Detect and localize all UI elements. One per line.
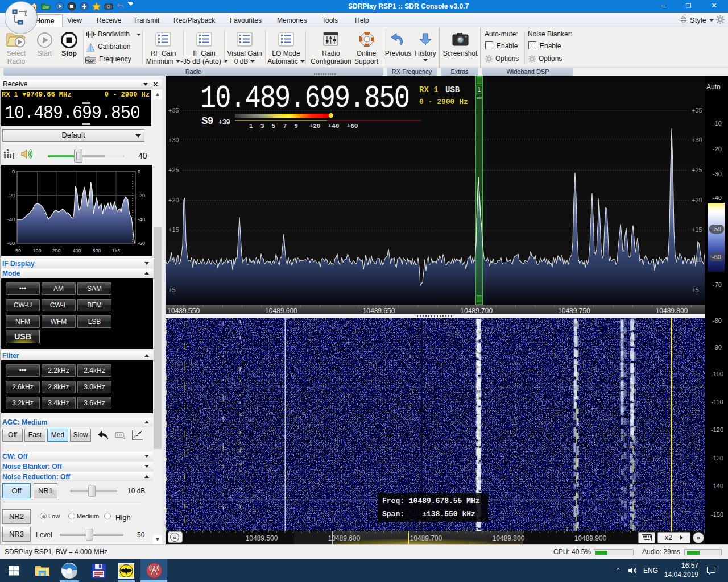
svg-text:+20: +20	[692, 197, 702, 203]
svg-text:1k6: 1k6	[112, 248, 121, 253]
svg-text:+25: +25	[168, 167, 179, 173]
svg-text:+10: +10	[692, 256, 702, 263]
svg-text:-60: -60	[7, 240, 15, 246]
svg-text:-140: -140	[711, 483, 723, 489]
svg-text:-110: -110	[711, 398, 723, 405]
svg-text:-130: -130	[711, 455, 723, 462]
svg-text:0: 0	[12, 169, 15, 174]
svg-text:200: 200	[52, 248, 60, 253]
svg-text:+30: +30	[692, 136, 702, 143]
svg-text:-60: -60	[712, 253, 721, 260]
svg-text:100: 100	[32, 248, 41, 253]
svg-text:+5: +5	[692, 286, 699, 293]
svg-text:50: 50	[15, 248, 21, 253]
svg-text:-50: -50	[712, 226, 721, 232]
svg-text:-100: -100	[711, 371, 723, 377]
svg-text:+10: +10	[168, 256, 179, 263]
svg-text:10489.700: 10489.700	[460, 307, 493, 314]
svg-text:-90: -90	[713, 344, 722, 351]
svg-text:-40: -40	[713, 194, 722, 201]
svg-text:+5: +5	[168, 286, 176, 293]
svg-text:10489.650: 10489.650	[363, 307, 395, 314]
svg-text:10489.800: 10489.800	[493, 534, 525, 542]
svg-text:10489.500: 10489.500	[246, 534, 278, 542]
svg-text:+25: +25	[692, 167, 702, 173]
svg-text:-120: -120	[711, 426, 723, 433]
svg-text:-40: -40	[138, 217, 145, 222]
svg-text:800: 800	[92, 248, 101, 253]
svg-text:+15: +15	[168, 226, 179, 233]
svg-text:+15: +15	[692, 226, 702, 233]
svg-text:0: 0	[138, 169, 140, 174]
svg-text:400: 400	[72, 248, 81, 253]
svg-text:1: 1	[478, 86, 481, 93]
svg-text:-30: -30	[713, 171, 722, 177]
svg-text:10489.750: 10489.750	[558, 307, 590, 314]
svg-text:+30: +30	[168, 136, 179, 143]
svg-text:-60: -60	[138, 240, 145, 246]
svg-text:-10: -10	[713, 120, 722, 127]
svg-text:+35: +35	[168, 107, 179, 114]
svg-text:10489.600: 10489.600	[328, 534, 361, 542]
svg-text:-70: -70	[713, 281, 722, 288]
svg-text:-20: -20	[713, 146, 722, 152]
svg-text:-40: -40	[7, 217, 15, 222]
svg-text:-150: -150	[711, 511, 723, 518]
svg-text:-20: -20	[138, 193, 145, 198]
svg-text:10489.700: 10489.700	[410, 534, 442, 542]
svg-text:10489.800: 10489.800	[656, 307, 688, 314]
svg-text:10489.550: 10489.550	[167, 307, 200, 314]
svg-text:+35: +35	[692, 107, 702, 114]
svg-text:-20: -20	[7, 193, 15, 198]
svg-text:+20: +20	[168, 197, 179, 203]
svg-text:-80: -80	[713, 317, 722, 324]
svg-text:10489.600: 10489.600	[265, 307, 297, 314]
svg-text:10489.900: 10489.900	[574, 534, 607, 542]
